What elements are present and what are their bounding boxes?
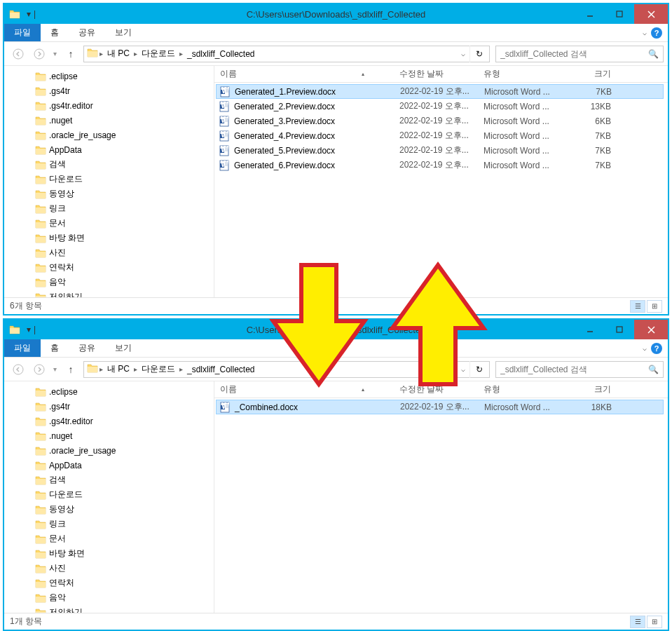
details-view-button[interactable]: ☰ — [630, 616, 645, 628]
file-row[interactable]: Generated_6.Preview.docx2022-02-19 오후...… — [216, 158, 664, 172]
tree-item[interactable]: 검색 — [4, 473, 214, 487]
close-button[interactable] — [634, 4, 668, 24]
tree-item[interactable]: 다운로드 — [4, 172, 214, 186]
chevron-right-icon[interactable]: ▸ — [100, 365, 103, 373]
tree-item[interactable]: 문서 — [4, 531, 214, 546]
details-view-button[interactable]: ☰ — [630, 300, 645, 313]
help-icon[interactable]: ? — [651, 343, 662, 354]
search-box[interactable]: 🔍 — [495, 46, 664, 62]
col-date[interactable]: 수정한 날짜 — [399, 68, 484, 80]
tree-item[interactable]: .oracle_jre_usage — [4, 443, 214, 458]
search-icon[interactable]: 🔍 — [648, 49, 659, 59]
tab-file[interactable]: 파일 — [4, 24, 41, 41]
tree-item[interactable]: .eclipse — [4, 69, 214, 83]
tree-item[interactable]: .nuget — [4, 113, 214, 128]
nav-tree[interactable]: .eclipse.gs4tr.gs4tr.editor.nuget.oracle… — [4, 66, 214, 297]
nav-tree[interactable]: .eclipse.gs4tr.gs4tr.editor.nuget.oracle… — [4, 381, 214, 613]
file-list[interactable]: _Combined.docx2022-02-19 오후...Microsoft … — [214, 398, 668, 613]
file-row[interactable]: Generated_3.Preview.docx2022-02-19 오후...… — [216, 114, 664, 128]
search-input[interactable] — [500, 365, 648, 374]
tree-item[interactable]: 연락처 — [4, 260, 214, 275]
refresh-button[interactable]: ↻ — [469, 46, 488, 62]
chevron-down-icon[interactable]: ⌵ — [643, 344, 647, 352]
chevron-right-icon[interactable]: ▸ — [100, 50, 103, 57]
file-row[interactable]: Generated_4.Preview.docx2022-02-19 오후...… — [216, 128, 664, 143]
col-date[interactable]: 수정한 날짜 — [399, 384, 484, 395]
up-button[interactable]: ↑ — [61, 46, 81, 62]
tree-item[interactable]: .oracle_jre_usage — [4, 128, 214, 142]
address-bar[interactable]: ▸ 내 PC ▸ 다운로드 ▸ _sdlxliff_Collected ⌵ ↻ — [83, 46, 490, 62]
tree-item[interactable]: 음악 — [4, 590, 214, 605]
file-row[interactable]: Generated_2.Preview.docx2022-02-19 오후...… — [216, 99, 664, 114]
back-button[interactable] — [8, 46, 28, 62]
tree-item[interactable]: 사진 — [4, 561, 214, 576]
search-box[interactable]: 🔍 — [495, 361, 664, 378]
tree-item[interactable]: .gs4tr.editor — [4, 414, 214, 428]
refresh-button[interactable]: ↻ — [469, 361, 488, 378]
maximize-button[interactable] — [605, 4, 634, 24]
col-size[interactable]: 크기 — [568, 68, 617, 80]
up-button[interactable]: ↑ — [61, 361, 81, 378]
breadcrumb-item[interactable]: 다운로드 — [139, 46, 178, 61]
forward-button[interactable] — [29, 46, 49, 62]
address-dropdown-icon[interactable]: ⌵ — [461, 50, 465, 57]
tab-view[interactable]: 보기 — [105, 24, 142, 41]
col-name[interactable]: 이름▴ — [217, 68, 399, 80]
tree-item[interactable]: 저의하기 — [4, 290, 214, 297]
tree-item[interactable]: .nuget — [4, 428, 214, 443]
tree-item[interactable]: 링크 — [4, 201, 214, 216]
tree-item[interactable]: AppData — [4, 142, 214, 157]
close-button[interactable] — [634, 320, 668, 339]
chevron-right-icon[interactable]: ▸ — [179, 50, 183, 57]
col-type[interactable]: 유형 — [484, 384, 568, 395]
file-row[interactable]: Generated_1.Preview.docx2022-02-19 오후...… — [216, 84, 664, 99]
breadcrumb-item[interactable]: 내 PC — [104, 46, 132, 61]
titlebar[interactable]: ▾ | C:\Users\user\Downloads\_sdlxliff_Co… — [4, 4, 668, 24]
tree-item[interactable]: 링크 — [4, 517, 214, 531]
tree-item[interactable]: 음악 — [4, 275, 214, 290]
minimize-button[interactable] — [575, 4, 605, 24]
minimize-button[interactable] — [575, 320, 605, 339]
tree-item[interactable]: 동영상 — [4, 502, 214, 517]
tab-home[interactable]: 홈 — [41, 339, 69, 357]
file-list[interactable]: Generated_1.Preview.docx2022-02-19 오후...… — [214, 83, 668, 297]
tree-item[interactable]: .eclipse — [4, 384, 214, 399]
col-name[interactable]: 이름▴ — [217, 384, 399, 395]
chevron-right-icon[interactable]: ▸ — [134, 50, 137, 57]
search-icon[interactable]: 🔍 — [648, 365, 659, 374]
file-row[interactable]: Generated_5.Preview.docx2022-02-19 오후...… — [216, 143, 664, 158]
address-dropdown-icon[interactable]: ⌵ — [461, 365, 465, 373]
col-size[interactable]: 크기 — [568, 384, 617, 395]
forward-button[interactable] — [29, 361, 49, 378]
tree-item[interactable]: .gs4tr — [4, 399, 214, 414]
tab-view[interactable]: 보기 — [105, 339, 142, 357]
quick-access-dropdown-icon[interactable]: ▾ — [27, 325, 31, 334]
tree-item[interactable]: 사진 — [4, 245, 214, 260]
chevron-right-icon[interactable]: ▸ — [179, 365, 183, 373]
breadcrumb-item[interactable]: 내 PC — [104, 362, 132, 376]
breadcrumb-item[interactable]: _sdlxliff_Collected — [184, 48, 258, 60]
file-row[interactable]: _Combined.docx2022-02-19 오후...Microsoft … — [216, 400, 664, 414]
breadcrumb-item[interactable]: _sdlxliff_Collected — [184, 363, 258, 376]
search-input[interactable] — [500, 49, 648, 59]
tab-share[interactable]: 공유 — [69, 24, 105, 41]
tab-home[interactable]: 홈 — [41, 24, 69, 41]
tree-item[interactable]: .gs4tr — [4, 83, 214, 98]
column-headers[interactable]: 이름▴ 수정한 날짜 유형 크기 — [214, 381, 668, 398]
tree-item[interactable]: 다운로드 — [4, 487, 214, 502]
tree-item[interactable]: .gs4tr.editor — [4, 98, 214, 113]
tree-item[interactable]: 동영상 — [4, 186, 214, 201]
chevron-right-icon[interactable]: ▸ — [134, 365, 137, 373]
tree-item[interactable]: 검색 — [4, 157, 214, 172]
tree-item[interactable]: 바탕 화면 — [4, 231, 214, 245]
address-bar[interactable]: ▸ 내 PC ▸ 다운로드 ▸ _sdlxliff_Collected ⌵ ↻ — [83, 361, 490, 378]
tree-item[interactable]: 연락처 — [4, 576, 214, 590]
col-type[interactable]: 유형 — [484, 68, 568, 80]
tree-item[interactable]: 문서 — [4, 216, 214, 231]
tree-item[interactable]: AppData — [4, 458, 214, 473]
icons-view-button[interactable]: ⊞ — [647, 616, 662, 628]
tab-file[interactable]: 파일 — [4, 339, 41, 357]
tree-item[interactable]: 저의하기 — [4, 605, 214, 613]
column-headers[interactable]: 이름▴ 수정한 날짜 유형 크기 — [214, 66, 668, 83]
chevron-down-icon[interactable]: ⌵ — [643, 29, 647, 36]
